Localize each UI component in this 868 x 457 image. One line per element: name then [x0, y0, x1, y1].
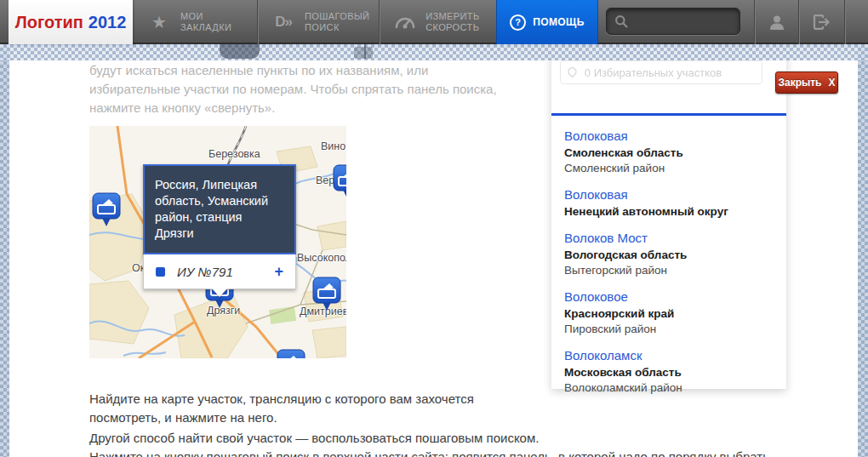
- speedometer-icon: [391, 14, 419, 31]
- result-name-link[interactable]: Волоков Мост: [564, 231, 778, 245]
- stations-count-field[interactable]: [560, 60, 762, 84]
- nav-my-bookmarks-label: МОИ ЗАКЛАДКИ: [180, 11, 252, 33]
- tooltip-station-row[interactable]: ИУ №791 +: [143, 254, 296, 289]
- map-tooltip: Россия, Липецкая область, Усманский райо…: [143, 164, 296, 289]
- results-list: Волоковая Смоленская область Смоленский …: [564, 129, 778, 407]
- result-name-link[interactable]: Волоковое: [564, 289, 778, 304]
- result-district: Волоколамский район: [564, 380, 778, 395]
- search-icon: [614, 14, 629, 29]
- paragraph-find-on-map: Найдите на карте участок, трансляцию с к…: [89, 390, 489, 427]
- ballot-marker-icon[interactable]: [312, 277, 341, 312]
- nav-step-search-label: ПОШАГОВЫЙ ПОИСК: [305, 11, 376, 33]
- expand-plus-icon[interactable]: +: [274, 263, 283, 281]
- close-label: Закрыть: [778, 77, 821, 89]
- map-label: Вино: [321, 140, 345, 152]
- band-residual-shape: [364, 44, 366, 59]
- result-region: Красноярский край: [564, 306, 778, 321]
- nav-divider: [798, 0, 800, 44]
- nav-divider: [257, 0, 259, 44]
- tooltip-tail: [212, 288, 227, 305]
- result-name-link[interactable]: Волоковая: [564, 129, 778, 143]
- user-button[interactable]: [756, 0, 798, 44]
- result-item[interactable]: Волоколамск Московская область Волоколам…: [564, 348, 778, 395]
- logo-text: Логотип: [15, 13, 83, 32]
- pin-icon: [568, 66, 577, 78]
- nav-divider: [379, 0, 380, 44]
- help-button[interactable]: ? ПОМОЩЬ: [496, 0, 598, 44]
- top-navbar: Логотип 2012 ★ МОИ ЗАКЛАДКИ D» ПОШАГОВЫЙ…: [0, 0, 868, 44]
- station-name: ИУ №791: [177, 265, 233, 279]
- result-item[interactable]: Волоковая Смоленская область Смоленский …: [564, 129, 778, 175]
- close-button[interactable]: Закрыть X: [775, 71, 838, 94]
- result-region: Московская область: [564, 365, 778, 380]
- logout-button[interactable]: [800, 0, 844, 44]
- map-label: Березовка: [208, 148, 260, 160]
- station-bullet-icon: [156, 267, 165, 277]
- ballot-marker-icon[interactable]: [333, 164, 346, 200]
- question-icon: ?: [510, 14, 526, 31]
- result-item[interactable]: Волоковая Ненецкий автономный округ: [564, 187, 778, 219]
- results-divider: [551, 113, 786, 116]
- intro-paragraph: будут искаться населенные пункты по их н…: [89, 61, 505, 117]
- logo-year: 2012: [89, 13, 127, 32]
- nav-divider: [844, 0, 846, 44]
- nav-divider: [754, 0, 756, 44]
- result-district: Вытегорский район: [564, 263, 778, 277]
- user-icon: [767, 14, 787, 31]
- close-x-icon: X: [829, 77, 836, 89]
- result-region: Смоленская область: [564, 146, 778, 160]
- band-residual-shape: [354, 47, 373, 59]
- result-region: Ненецкий автономный округ: [564, 204, 778, 219]
- result-region: Вологодская область: [564, 248, 778, 262]
- help-button-label: ПОМОЩЬ: [533, 16, 585, 28]
- result-name-link[interactable]: Волоколамск: [564, 348, 778, 363]
- paragraph-step-search: Нажмите на кнопку пошаговый поиск в верх…: [89, 448, 830, 457]
- nav-measure-speed[interactable]: ИЗМЕРИТЬ СКОРОСТЬ: [380, 0, 495, 44]
- nav-step-search[interactable]: D» ПОШАГОВЫЙ ПОИСК: [259, 0, 380, 44]
- result-item[interactable]: Волоков Мост Вологодская область Вытегор…: [564, 231, 778, 277]
- stations-count-input[interactable]: [583, 66, 755, 80]
- result-name-link[interactable]: Волоковая: [564, 187, 778, 202]
- result-district: Смоленский район: [564, 161, 778, 175]
- result-item[interactable]: Волоковое Красноярский край Пировский ра…: [564, 289, 778, 336]
- star-icon: ★: [145, 14, 174, 31]
- ballot-marker-icon[interactable]: [92, 192, 121, 228]
- nav-my-bookmarks[interactable]: ★ МОИ ЗАКЛАДКИ: [134, 0, 258, 44]
- nav-measure-speed-label: ИЗМЕРИТЬ СКОРОСТЬ: [425, 11, 495, 33]
- band-residual-shape: [220, 44, 260, 59]
- logout-icon: [811, 14, 833, 31]
- search-input[interactable]: [634, 14, 731, 29]
- search-results-panel: Волоковая Смоленская область Смоленский …: [551, 47, 786, 389]
- paragraph-other-way: Другой способ найти свой участок — воспо…: [89, 429, 634, 448]
- map-screenshot[interactable]: Березовка Вино Верхн Высокополь Октябрьс…: [89, 126, 346, 358]
- tooltip-address: Россия, Липецкая область, Усманский райо…: [143, 164, 296, 254]
- ballot-marker-icon[interactable]: [277, 349, 306, 358]
- step-search-icon: D»: [269, 14, 298, 31]
- search-box[interactable]: [606, 8, 740, 35]
- transparency-band: [0, 44, 868, 60]
- result-district: Пировский район: [564, 322, 778, 336]
- site-logo[interactable]: Логотип 2012: [9, 0, 133, 44]
- map-label: Высокополь: [297, 252, 346, 264]
